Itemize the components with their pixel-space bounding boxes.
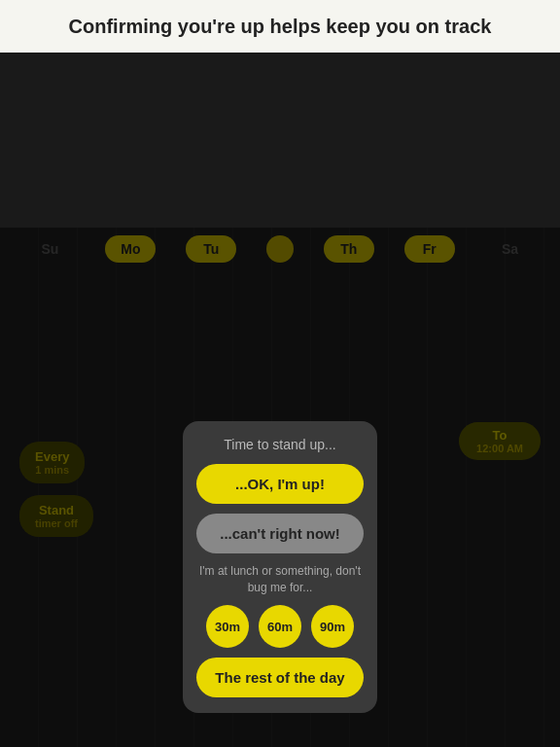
ok-im-up-button[interactable]: ...OK, I'm up!: [196, 464, 364, 504]
snooze-text: I'm at lunch or something, don't bug me …: [196, 563, 364, 596]
main-background: Su Mo Tu Th Fr Sa To 12:00 AM Every 1 mi…: [0, 228, 560, 747]
snooze-90m-button[interactable]: 90m: [311, 605, 354, 648]
snooze-60m-button[interactable]: 60m: [259, 605, 301, 648]
rest-of-day-button[interactable]: The rest of the day: [196, 658, 364, 697]
modal-title: Time to stand up...: [224, 437, 335, 452]
modal-overlay: Time to stand up... ...OK, I'm up! ...ca…: [0, 228, 560, 747]
snooze-30m-button[interactable]: 30m: [206, 605, 249, 648]
snooze-time-row: 30m 60m 90m: [196, 605, 364, 648]
modal-dialog: Time to stand up... ...OK, I'm up! ...ca…: [183, 421, 377, 714]
page-title: Confirming you're up helps keep you on t…: [39, 14, 521, 39]
header-bar: Confirming you're up helps keep you on t…: [0, 0, 560, 53]
cant-right-now-button[interactable]: ...can't right now!: [196, 514, 364, 553]
